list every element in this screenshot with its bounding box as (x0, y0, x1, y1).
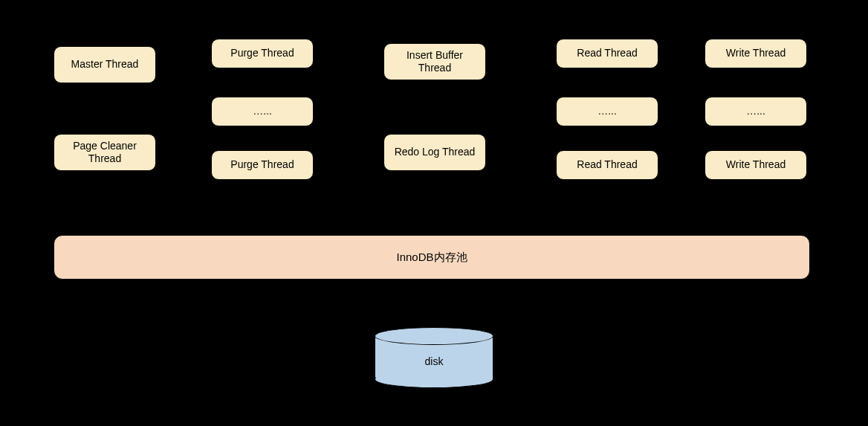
write-ellipsis-box: …... (705, 97, 807, 126)
disk-bottom-cover (376, 370, 493, 379)
disk-top (375, 327, 493, 345)
disk-cylinder: disk (375, 327, 493, 388)
purge-thread-box: Purge Thread (211, 39, 314, 68)
page-cleaner-thread-box: Page Cleaner Thread (54, 134, 156, 171)
disk-label: disk (375, 355, 493, 367)
purge-thread-box-2: Purge Thread (211, 150, 314, 180)
write-thread-box-2: Write Thread (705, 150, 807, 180)
read-ellipsis-box: …... (556, 97, 658, 126)
write-thread-box: Write Thread (705, 39, 807, 68)
redo-log-thread-box: Redo Log Thread (383, 134, 486, 171)
innodb-memory-pool: InnoDB内存池 (54, 235, 810, 280)
purge-ellipsis-box: …... (211, 97, 314, 126)
read-thread-box-2: Read Thread (556, 150, 658, 180)
master-thread-box: Master Thread (54, 46, 156, 83)
insert-buffer-thread-box: Insert Buffer Thread (383, 43, 486, 80)
read-thread-box: Read Thread (556, 39, 658, 68)
